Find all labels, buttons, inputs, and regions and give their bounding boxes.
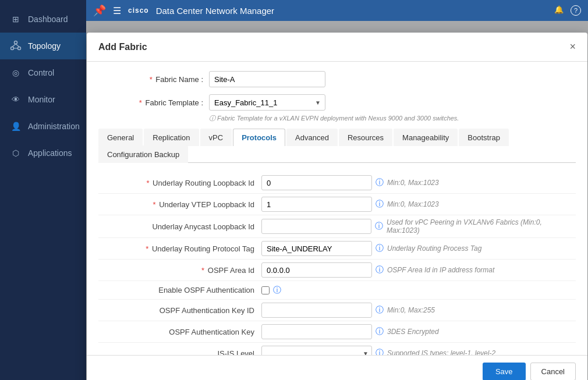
tab-advanced[interactable]: Advanced: [286, 129, 338, 146]
field-label-underlay-anycast-loopback: Underlay Anycast Loopback Id: [98, 222, 261, 231]
field-row-ospf-auth-key-id: OSPF Authentication Key ID ⓘ Min:0, Max:…: [98, 300, 576, 321]
sidebar-item-administration[interactable]: 👤 Administration: [0, 113, 86, 140]
fabric-template-row: * Fabric Template : Easy_Fabric_11_1 ▼: [98, 94, 576, 111]
modal-overlay: Add Fabric × * Fabric Name :: [86, 21, 588, 380]
tab-bootstrap[interactable]: Bootstrap: [459, 129, 509, 146]
routing-protocol-tag-input[interactable]: [261, 241, 372, 256]
info-icon-routing-protocol-tag[interactable]: ⓘ: [376, 243, 384, 254]
sidebar-item-dashboard[interactable]: ⊞ Dashboard: [0, 6, 86, 33]
sidebar-item-monitor[interactable]: 👁 Monitor: [0, 86, 86, 113]
tab-replication[interactable]: Replication: [144, 129, 199, 146]
modal-body: * Fabric Name : * Fabric Template :: [87, 62, 587, 355]
info-icon-routing-loopback[interactable]: ⓘ: [376, 177, 384, 188]
field-label-underlay-routing-loopback: * Underlay Routing Loopback Id: [98, 179, 261, 187]
field-control-enable-ospf-auth: ⓘ: [261, 285, 576, 296]
tabs-container: General Replication vPC Protocols Advanc…: [98, 129, 576, 163]
underlay-anycast-loopback-input[interactable]: [261, 219, 371, 234]
modal-footer: Save Cancel: [87, 355, 587, 380]
menu-icon[interactable]: ☰: [113, 5, 121, 16]
enable-ospf-auth-checkbox[interactable]: [261, 286, 270, 294]
info-icon-isis-level[interactable]: ⓘ: [376, 348, 384, 355]
field-control-ospf-area-id: ⓘ OSPF Area Id in IP address format: [261, 262, 576, 278]
sidebar-item-label: Applications: [28, 148, 72, 158]
template-hint: ⓘ Fabric Template for a vXLAN EVPN deplo…: [209, 114, 459, 123]
ospf-auth-key-id-input[interactable]: [261, 303, 372, 318]
svg-point-1: [11, 47, 14, 50]
tab-resources[interactable]: Resources: [339, 129, 392, 146]
info-icon-vtep-loopback[interactable]: ⓘ: [376, 199, 384, 209]
hint-row: ⓘ Fabric Template for a vXLAN EVPN deplo…: [209, 114, 576, 123]
ospf-auth-key-input[interactable]: [261, 324, 372, 339]
hint-anycast-loopback: Used for vPC Peering in VXLANv6 Fabrics …: [387, 218, 576, 235]
tab-manageability[interactable]: Manageability: [394, 129, 458, 146]
cisco-logo: cisco: [128, 6, 149, 15]
topbar-icons: 🔔 ?: [554, 5, 581, 16]
svg-point-0: [15, 41, 17, 44]
field-row-underlay-anycast-loopback: Underlay Anycast Loopback Id ⓘ Used for …: [98, 215, 576, 238]
pin-icon[interactable]: 📌: [93, 4, 106, 17]
field-control-underlay-vtep-loopback: ⓘ Min:0, Max:1023: [261, 197, 576, 212]
tab-configuration-backup[interactable]: Configuration Backup: [98, 145, 188, 163]
info-icon-ospf-auth-key-id[interactable]: ⓘ: [376, 305, 384, 315]
svg-line-3: [12, 44, 16, 47]
app-title: Data Center Network Manager: [156, 6, 274, 16]
field-control-ospf-auth-key: ⓘ 3DES Encrypted: [261, 324, 576, 339]
tab-general[interactable]: General: [98, 129, 143, 146]
isis-level-select-wrapper: level-1 level-2 ▼: [261, 346, 372, 355]
help-icon[interactable]: ?: [571, 5, 581, 16]
field-label-ospf-auth-key: OSPF Authentication Key: [98, 328, 261, 336]
cancel-button[interactable]: Cancel: [530, 363, 576, 380]
field-label-enable-ospf-auth: Enable OSPF Authentication: [98, 286, 261, 294]
close-icon[interactable]: ×: [569, 41, 576, 53]
sidebar-item-applications[interactable]: ⬡ Applications: [0, 140, 86, 166]
info-icon-ospf-auth[interactable]: ⓘ: [273, 285, 281, 296]
fabric-template-label: * Fabric Template :: [98, 98, 203, 107]
info-icon-anycast-loopback[interactable]: ⓘ: [375, 221, 383, 232]
sidebar-item-label: Topology: [28, 41, 61, 51]
hint-ospf-auth-key-id: Min:0, Max:255: [387, 306, 435, 314]
page-content: Add Fabric × * Fabric Name :: [86, 21, 588, 380]
info-icon-ospf-area[interactable]: ⓘ: [376, 265, 384, 275]
protocols-tab-content: * Underlay Routing Loopback Id ⓘ Min:0, …: [98, 172, 576, 355]
fabric-name-label: * Fabric Name :: [98, 75, 203, 84]
field-row-ospf-auth-key: OSPF Authentication Key ⓘ 3DES Encrypted: [98, 321, 576, 343]
sidebar: ⊞ Dashboard Topology ◎ Control 👁 Monitor…: [0, 0, 86, 380]
save-button[interactable]: Save: [483, 363, 526, 380]
fabric-template-select-wrapper: Easy_Fabric_11_1 ▼: [209, 94, 325, 111]
tab-vpc[interactable]: vPC: [200, 129, 232, 146]
bell-icon[interactable]: 🔔: [554, 5, 564, 16]
ospf-area-id-input[interactable]: [261, 262, 372, 278]
field-row-ospf-area-id: * OSPF Area Id ⓘ OSPF Area Id in IP addr…: [98, 260, 576, 281]
applications-icon: ⬡: [9, 147, 22, 159]
tab-protocols[interactable]: Protocols: [233, 129, 285, 146]
field-control-underlay-anycast-loopback: ⓘ Used for vPC Peering in VXLANv6 Fabric…: [261, 218, 576, 235]
main-area: 📌 ☰ cisco Data Center Network Manager 🔔 …: [86, 0, 588, 380]
field-control-routing-protocol-tag: ⓘ Underlay Routing Process Tag: [261, 241, 576, 256]
field-control-underlay-routing-loopback: ⓘ Min:0, Max:1023: [261, 175, 576, 190]
fabric-name-row: * Fabric Name :: [98, 71, 576, 87]
sidebar-item-label: Administration: [28, 122, 80, 131]
control-icon: ◎: [9, 66, 22, 79]
modal-dialog: Add Fabric × * Fabric Name :: [87, 33, 587, 380]
dashboard-icon: ⊞: [9, 13, 22, 26]
topbar: 📌 ☰ cisco Data Center Network Manager 🔔 …: [86, 0, 588, 21]
sidebar-item-label: Control: [28, 68, 54, 77]
field-label-routing-protocol-tag: * Underlay Routing Protocol Tag: [98, 244, 261, 253]
sidebar-item-topology[interactable]: Topology: [0, 33, 86, 59]
field-label-ospf-area-id: * OSPF Area Id: [98, 266, 261, 275]
svg-point-2: [18, 47, 21, 50]
administration-icon: 👤: [9, 120, 22, 133]
fabric-template-select[interactable]: Easy_Fabric_11_1: [209, 94, 325, 111]
underlay-routing-loopback-input[interactable]: [261, 175, 372, 190]
sidebar-item-label: Dashboard: [28, 15, 68, 24]
field-row-routing-protocol-tag: * Underlay Routing Protocol Tag ⓘ Underl…: [98, 238, 576, 260]
fabric-name-input[interactable]: [209, 71, 325, 87]
underlay-vtep-loopback-input[interactable]: [261, 197, 372, 212]
field-label-underlay-vtep-loopback: * Underlay VTEP Loopback Id: [98, 200, 261, 209]
sidebar-item-label: Monitor: [28, 95, 55, 104]
sidebar-item-control[interactable]: ◎ Control: [0, 59, 86, 86]
isis-level-select[interactable]: level-1 level-2: [261, 346, 372, 355]
info-icon-ospf-auth-key[interactable]: ⓘ: [376, 326, 384, 337]
field-row-underlay-routing-loopback: * Underlay Routing Loopback Id ⓘ Min:0, …: [98, 172, 576, 194]
hint-routing-protocol-tag: Underlay Routing Process Tag: [387, 244, 481, 253]
